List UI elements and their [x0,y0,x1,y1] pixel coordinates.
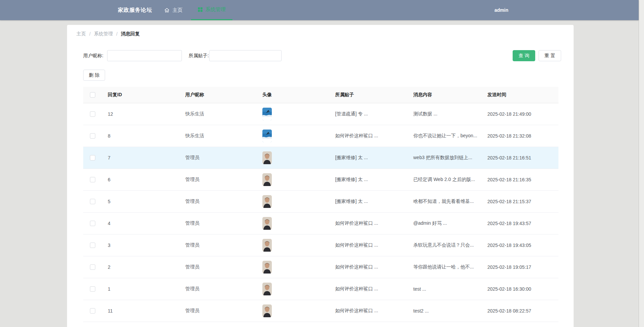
grid-icon [198,7,203,12]
cell-reply-id: 2 [108,264,185,270]
cell-reply-id: 7 [108,155,185,160]
user-menu[interactable]: admin [494,0,508,20]
cell-reply-id: 5 [108,199,185,204]
vertical-scrollbar[interactable] [639,0,644,327]
avatar-image [262,108,272,120]
cell-send-time: 2025-02-18 21:15:37 [487,199,558,204]
table-row[interactable]: 12 快乐生活 [83,103,558,125]
cell-nickname: 管理员 [185,198,262,205]
avatar-image [262,195,272,208]
nav-item-system-label: 系统管理 [205,6,226,13]
breadcrumb-home[interactable]: 主页 [76,31,86,37]
table-row[interactable]: 8 快乐生活 [83,125,558,147]
table-row[interactable]: 3 管理员 [83,234,558,256]
table-row[interactable]: 11 管理员 [83,300,558,322]
cell-reply-id: 11 [108,308,185,314]
avatar-image [262,217,272,230]
header-avatar: 头像 [262,92,335,98]
breadcrumb-system-manage[interactable]: 系统管理 [94,31,113,37]
cell-send-time: 2025-02-18 16:30:00 [487,286,558,292]
cell-content: test ... [413,286,487,292]
avatar-image [262,151,272,164]
cell-nickname: 管理员 [185,242,262,248]
row-checkbox[interactable] [90,308,95,314]
cell-post: 如何评价这种鲨口 ... [335,242,413,248]
post-input[interactable] [209,50,282,61]
cell-nickname: 快乐生活 [185,133,262,139]
cell-post: [搬家维修] 太 ... [335,155,413,161]
cell-nickname: 快乐生活 [185,111,262,117]
brand-title[interactable]: 家政服务论坛 [118,0,152,20]
cell-nickname: 管理员 [185,286,262,292]
home-icon [164,7,170,13]
row-checkbox[interactable] [90,264,95,270]
cell-send-time: 2025-02-18 21:16:51 [487,155,558,160]
cell-send-time: 2025-02-18 21:16:35 [487,177,558,182]
avatar-image [262,130,272,142]
cell-post: [搬家维修] 太 ... [335,177,413,183]
cell-content: test2 ... [413,308,487,314]
breadcrumb: 主页 / 系统管理 / 消息回复 [76,31,140,37]
cell-reply-id: 6 [108,177,185,182]
table-row[interactable]: 5 管理员 [83,191,558,213]
cell-nickname: 管理员 [185,308,262,314]
breadcrumb-current-page: 消息回复 [121,31,140,37]
row-checkbox[interactable] [90,286,95,292]
table-row[interactable]: 7 管理员 [83,147,558,169]
row-checkbox[interactable] [90,199,95,204]
cell-content: 已经定调 Web 2.0 之后的版... [413,177,487,183]
cell-nickname: 管理员 [185,155,262,161]
row-checkbox[interactable] [90,133,95,139]
cell-content: 等你跟他说请让一哈，他不... [413,264,487,270]
cell-post: 如何评价这种鲨口 ... [335,264,413,270]
cell-send-time: 2025-02-18 19:05:17 [487,264,558,270]
select-all-checkbox[interactable] [90,92,95,98]
cell-reply-id: 8 [108,133,185,139]
cell-post: [搬家维修] 太 ... [335,198,413,205]
replies-table: 回复ID 用户昵称 头像 所属贴子 消息内容 发送时间 12 快乐生活 [83,87,558,322]
screen: 家政服务论坛 主页 系统管理 admin [0,0,644,327]
breadcrumb-separator: / [89,31,91,37]
cell-reply-id: 4 [108,221,185,226]
table-row[interactable]: 1 管理员 [83,278,558,300]
cell-reply-id: 3 [108,243,185,248]
cell-nickname: 管理员 [185,264,262,270]
cell-post: 如何评价这种鲨口 ... [335,308,413,314]
cell-content: 测试数据 ... [413,111,487,117]
table-header-row: 回复ID 用户昵称 头像 所属贴子 消息内容 发送时间 [83,87,558,103]
cell-post: 如何评价这种鲨口 ... [335,220,413,226]
cell-content: web3 把所有数据放到链上... [413,155,487,161]
cell-reply-id: 12 [108,111,185,117]
table-row[interactable]: 6 管理员 [83,169,558,191]
avatar-image [262,283,272,295]
row-checkbox[interactable] [90,177,95,182]
cell-send-time: 2025-02-18 21:32:08 [487,133,558,139]
header-content: 消息内容 [413,92,487,98]
cell-send-time: 2025-02-18 21:49:00 [487,111,558,117]
cell-content: @admin 好骂 ... [413,220,487,226]
content-card: 主页 / 系统管理 / 消息回复 用户昵称: 所属贴子: 查 询 重 置 删 除… [67,25,574,327]
nickname-input[interactable] [107,50,182,61]
cell-send-time: 2025-02-18 08:22:57 [487,308,558,314]
search-button[interactable]: 查 询 [513,50,535,61]
cell-content: 你也不说让她让一下，beyon... [413,133,487,139]
nickname-label: 用户昵称: [83,50,103,61]
nav-item-home[interactable]: 主页 [164,0,183,20]
table-row[interactable]: 2 管理员 [83,256,558,278]
cell-post: 如何评价这种鲨口 ... [335,286,413,292]
cell-nickname: 管理员 [185,177,262,183]
cell-reply-id: 1 [108,286,185,292]
nav-item-system-manage[interactable]: 系统管理 [191,0,232,20]
post-label: 所属贴子: [189,50,209,61]
header-send-time: 发送时间 [487,92,558,98]
table-row[interactable]: 4 管理员 [83,213,558,234]
row-checkbox[interactable] [90,243,95,248]
avatar-image [262,304,272,317]
delete-button[interactable]: 删 除 [83,70,105,81]
row-checkbox[interactable] [90,155,95,160]
header-reply-id: 回复ID [108,92,185,98]
row-checkbox[interactable] [90,111,95,117]
row-checkbox[interactable] [90,221,95,226]
cell-content: 啥都不知道，就先看看维基... [413,198,487,205]
reset-button[interactable]: 重 置 [539,50,561,61]
